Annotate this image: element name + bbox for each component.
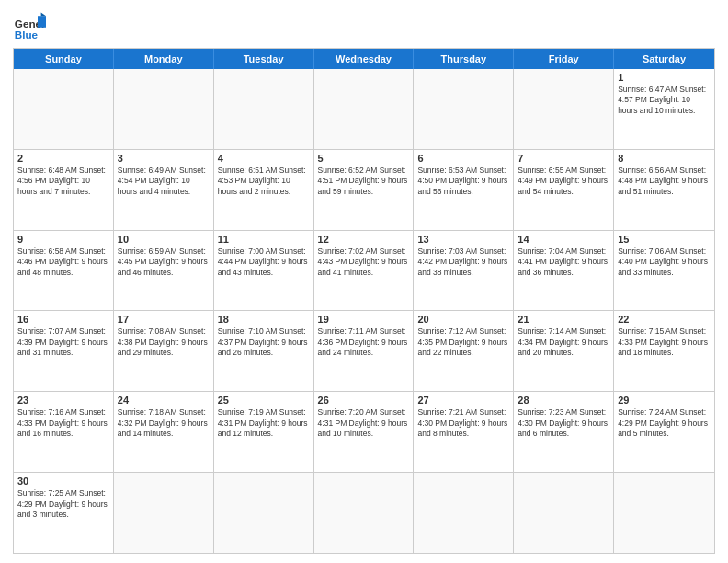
calendar-cell-empty-0-2 bbox=[214, 69, 314, 149]
day-info: Sunrise: 7:12 AM Sunset: 4:35 PM Dayligh… bbox=[417, 327, 509, 358]
day-info: Sunrise: 7:03 AM Sunset: 4:42 PM Dayligh… bbox=[417, 247, 509, 278]
day-number: 29 bbox=[618, 395, 711, 406]
calendar-cell-1: 1Sunrise: 6:47 AM Sunset: 4:57 PM Daylig… bbox=[614, 69, 714, 149]
calendar-cell-24: 24Sunrise: 7:18 AM Sunset: 4:32 PM Dayli… bbox=[114, 392, 214, 472]
day-info: Sunrise: 7:19 AM Sunset: 4:31 PM Dayligh… bbox=[218, 408, 310, 439]
day-number: 12 bbox=[318, 234, 410, 245]
day-info: Sunrise: 7:23 AM Sunset: 4:30 PM Dayligh… bbox=[518, 408, 609, 439]
calendar-cell-12: 12Sunrise: 7:02 AM Sunset: 4:43 PM Dayli… bbox=[314, 231, 415, 311]
day-info: Sunrise: 6:52 AM Sunset: 4:51 PM Dayligh… bbox=[318, 166, 410, 197]
day-info: Sunrise: 7:00 AM Sunset: 4:44 PM Dayligh… bbox=[218, 247, 310, 278]
calendar-cell-22: 22Sunrise: 7:15 AM Sunset: 4:33 PM Dayli… bbox=[614, 311, 714, 391]
day-number: 18 bbox=[218, 314, 310, 325]
day-number: 28 bbox=[518, 395, 609, 406]
page: General Blue SundayMondayTuesdayWednesda… bbox=[0, 0, 728, 563]
day-number: 16 bbox=[17, 314, 109, 325]
day-number: 30 bbox=[17, 476, 109, 487]
svg-text:Blue: Blue bbox=[15, 29, 39, 40]
day-number: 10 bbox=[118, 234, 210, 245]
calendar-cell-17: 17Sunrise: 7:08 AM Sunset: 4:38 PM Dayli… bbox=[114, 311, 214, 391]
day-number: 23 bbox=[17, 395, 109, 406]
day-number: 5 bbox=[318, 153, 410, 164]
day-info: Sunrise: 7:24 AM Sunset: 4:29 PM Dayligh… bbox=[618, 408, 711, 439]
calendar-cell-empty-5-2 bbox=[214, 473, 314, 553]
day-info: Sunrise: 6:53 AM Sunset: 4:50 PM Dayligh… bbox=[417, 166, 509, 197]
day-number: 19 bbox=[318, 314, 410, 325]
day-info: Sunrise: 6:48 AM Sunset: 4:56 PM Dayligh… bbox=[17, 166, 109, 197]
calendar-cell-empty-0-5 bbox=[514, 69, 614, 149]
calendar-row-3: 16Sunrise: 7:07 AM Sunset: 4:39 PM Dayli… bbox=[14, 310, 714, 391]
calendar-cell-15: 15Sunrise: 7:06 AM Sunset: 4:40 PM Dayli… bbox=[614, 231, 714, 311]
weekday-header-sunday: Sunday bbox=[14, 49, 114, 69]
calendar-cell-4: 4Sunrise: 6:51 AM Sunset: 4:53 PM Daylig… bbox=[214, 150, 314, 230]
svg-marker-3 bbox=[41, 13, 46, 17]
calendar-cell-2: 2Sunrise: 6:48 AM Sunset: 4:56 PM Daylig… bbox=[14, 150, 114, 230]
day-number: 4 bbox=[218, 153, 310, 164]
day-number: 7 bbox=[518, 153, 609, 164]
calendar-row-2: 9Sunrise: 6:58 AM Sunset: 4:46 PM Daylig… bbox=[14, 230, 714, 311]
day-info: Sunrise: 6:47 AM Sunset: 4:57 PM Dayligh… bbox=[618, 85, 711, 116]
day-number: 20 bbox=[417, 314, 509, 325]
calendar-header: SundayMondayTuesdayWednesdayThursdayFrid… bbox=[14, 49, 714, 69]
day-number: 26 bbox=[318, 395, 410, 406]
day-info: Sunrise: 7:02 AM Sunset: 4:43 PM Dayligh… bbox=[318, 247, 410, 278]
day-number: 11 bbox=[218, 234, 310, 245]
day-number: 3 bbox=[118, 153, 210, 164]
calendar-cell-27: 27Sunrise: 7:21 AM Sunset: 4:30 PM Dayli… bbox=[414, 392, 514, 472]
day-info: Sunrise: 7:11 AM Sunset: 4:36 PM Dayligh… bbox=[318, 327, 410, 358]
calendar-cell-26: 26Sunrise: 7:20 AM Sunset: 4:31 PM Dayli… bbox=[314, 392, 415, 472]
calendar-cell-3: 3Sunrise: 6:49 AM Sunset: 4:54 PM Daylig… bbox=[114, 150, 214, 230]
day-info: Sunrise: 6:56 AM Sunset: 4:48 PM Dayligh… bbox=[618, 166, 711, 197]
day-info: Sunrise: 7:07 AM Sunset: 4:39 PM Dayligh… bbox=[17, 327, 109, 358]
calendar-cell-28: 28Sunrise: 7:23 AM Sunset: 4:30 PM Dayli… bbox=[514, 392, 614, 472]
day-number: 9 bbox=[17, 234, 109, 245]
weekday-header-tuesday: Tuesday bbox=[214, 49, 314, 69]
day-number: 15 bbox=[618, 234, 711, 245]
day-number: 1 bbox=[618, 72, 711, 83]
day-info: Sunrise: 7:04 AM Sunset: 4:41 PM Dayligh… bbox=[518, 247, 609, 278]
calendar-cell-16: 16Sunrise: 7:07 AM Sunset: 4:39 PM Dayli… bbox=[14, 311, 114, 391]
svg-marker-2 bbox=[38, 16, 46, 28]
day-info: Sunrise: 7:16 AM Sunset: 4:33 PM Dayligh… bbox=[17, 408, 109, 439]
calendar-cell-25: 25Sunrise: 7:19 AM Sunset: 4:31 PM Dayli… bbox=[214, 392, 314, 472]
weekday-header-friday: Friday bbox=[514, 49, 614, 69]
day-number: 21 bbox=[518, 314, 609, 325]
calendar-cell-8: 8Sunrise: 6:56 AM Sunset: 4:48 PM Daylig… bbox=[614, 150, 714, 230]
day-info: Sunrise: 6:58 AM Sunset: 4:46 PM Dayligh… bbox=[17, 247, 109, 278]
calendar-cell-14: 14Sunrise: 7:04 AM Sunset: 4:41 PM Dayli… bbox=[514, 231, 614, 311]
day-number: 25 bbox=[218, 395, 310, 406]
calendar-cell-10: 10Sunrise: 6:59 AM Sunset: 4:45 PM Dayli… bbox=[114, 231, 214, 311]
calendar-row-4: 23Sunrise: 7:16 AM Sunset: 4:33 PM Dayli… bbox=[14, 391, 714, 472]
weekday-header-saturday: Saturday bbox=[614, 49, 714, 69]
calendar-cell-empty-0-3 bbox=[314, 69, 415, 149]
day-info: Sunrise: 7:08 AM Sunset: 4:38 PM Dayligh… bbox=[118, 327, 210, 358]
calendar-cell-empty-5-3 bbox=[314, 473, 415, 553]
calendar: SundayMondayTuesdayWednesdayThursdayFrid… bbox=[13, 48, 715, 554]
calendar-cell-18: 18Sunrise: 7:10 AM Sunset: 4:37 PM Dayli… bbox=[214, 311, 314, 391]
calendar-body: 1Sunrise: 6:47 AM Sunset: 4:57 PM Daylig… bbox=[14, 69, 714, 553]
day-number: 14 bbox=[518, 234, 609, 245]
weekday-header-wednesday: Wednesday bbox=[314, 49, 415, 69]
calendar-cell-empty-5-4 bbox=[414, 473, 514, 553]
calendar-cell-30: 30Sunrise: 7:25 AM Sunset: 4:29 PM Dayli… bbox=[14, 473, 114, 553]
calendar-cell-7: 7Sunrise: 6:55 AM Sunset: 4:49 PM Daylig… bbox=[514, 150, 614, 230]
calendar-cell-21: 21Sunrise: 7:14 AM Sunset: 4:34 PM Dayli… bbox=[514, 311, 614, 391]
day-number: 17 bbox=[118, 314, 210, 325]
calendar-cell-empty-5-1 bbox=[114, 473, 214, 553]
calendar-cell-19: 19Sunrise: 7:11 AM Sunset: 4:36 PM Dayli… bbox=[314, 311, 415, 391]
day-number: 2 bbox=[17, 153, 109, 164]
day-info: Sunrise: 7:15 AM Sunset: 4:33 PM Dayligh… bbox=[618, 327, 711, 358]
day-info: Sunrise: 7:21 AM Sunset: 4:30 PM Dayligh… bbox=[417, 408, 509, 439]
day-number: 8 bbox=[618, 153, 711, 164]
calendar-row-5: 30Sunrise: 7:25 AM Sunset: 4:29 PM Dayli… bbox=[14, 472, 714, 553]
weekday-header-monday: Monday bbox=[114, 49, 214, 69]
day-info: Sunrise: 6:51 AM Sunset: 4:53 PM Dayligh… bbox=[218, 166, 310, 197]
calendar-cell-20: 20Sunrise: 7:12 AM Sunset: 4:35 PM Dayli… bbox=[414, 311, 514, 391]
day-number: 6 bbox=[417, 153, 509, 164]
calendar-row-0: 1Sunrise: 6:47 AM Sunset: 4:57 PM Daylig… bbox=[14, 69, 714, 149]
day-info: Sunrise: 6:59 AM Sunset: 4:45 PM Dayligh… bbox=[118, 247, 210, 278]
day-info: Sunrise: 6:55 AM Sunset: 4:49 PM Dayligh… bbox=[518, 166, 609, 197]
calendar-cell-empty-5-6 bbox=[614, 473, 714, 553]
calendar-cell-empty-0-1 bbox=[114, 69, 214, 149]
weekday-header-thursday: Thursday bbox=[414, 49, 514, 69]
